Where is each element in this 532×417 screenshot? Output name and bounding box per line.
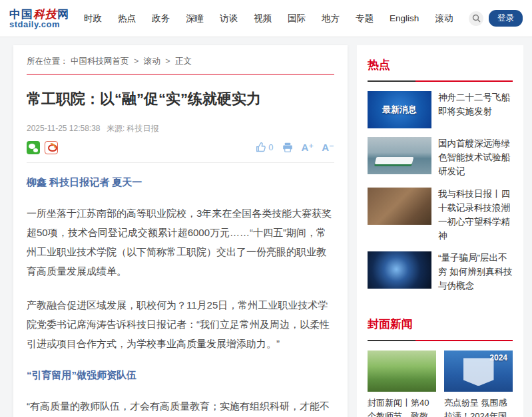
header-actions: 登录 bbox=[469, 10, 523, 27]
breadcrumb-prefix: 所在位置： bbox=[27, 57, 69, 66]
logo-domain-text: stdaily.com bbox=[9, 20, 69, 29]
nav-item-gov[interactable]: 政务 bbox=[152, 13, 170, 25]
font-increase-button[interactable]: A⁺ bbox=[302, 142, 314, 154]
logo-sci-tech-red: 科技 bbox=[33, 7, 57, 21]
nav-item-interview[interactable]: 访谈 bbox=[220, 13, 238, 25]
site-header: 中国科技网 stdaily.com 时政 热点 政务 深瞳 访谈 视频 国际 地… bbox=[0, 0, 532, 37]
hot-item-title: 我与科技日报丨四十载记录科技浪潮 一初心守望科学精神 bbox=[438, 188, 513, 243]
scholar-photo-thumbnail bbox=[368, 188, 431, 225]
thumbnail-overlay-text: 最新消息 bbox=[368, 91, 431, 128]
nav-item-english[interactable]: English bbox=[390, 13, 419, 23]
article-section-heading: “引育留用”做强师资队伍 bbox=[27, 369, 334, 382]
hot-item-title: “量子骗局”层出不穷 如何辨别真科技与伪概念 bbox=[438, 251, 513, 293]
print-button[interactable] bbox=[282, 142, 294, 153]
article-card: 所在位置： 中国科技网首页 > 滚动 > 正文 常工职院：以“融”促“实”练就硬… bbox=[13, 45, 348, 417]
article-author: 柳鑫 科技日报记者 夏天一 bbox=[27, 176, 334, 189]
page-content: 所在位置： 中国科技网首页 > 滚动 > 正文 常工职院：以“融”促“实”练就硬… bbox=[0, 37, 532, 417]
nav-item-international[interactable]: 国际 bbox=[288, 13, 306, 25]
cover-section-divider bbox=[368, 340, 513, 341]
article-title: 常工职院：以“融”促“实”练就硬实力 bbox=[27, 89, 334, 110]
hot-item-title: 国内首艘深远海绿色智能技术试验船研发记 bbox=[438, 137, 513, 179]
article-toolbar: 0 A⁺ A⁻ bbox=[27, 141, 334, 163]
nav-item-local[interactable]: 地方 bbox=[322, 13, 340, 25]
article-meta: 2025-11-25 12:58:38 来源: 科技日报 bbox=[27, 123, 334, 134]
nav-item-politics[interactable]: 时政 bbox=[84, 13, 102, 25]
nav-item-hot[interactable]: 热点 bbox=[118, 13, 136, 25]
breadcrumb-separator: > bbox=[165, 57, 170, 66]
hot-item-title: 神舟二十二号飞船即将实施发射 bbox=[438, 91, 513, 128]
hot-news-item[interactable]: 国内首艘深远海绿色智能技术试验船研发记 bbox=[368, 137, 513, 179]
article-paragraph: “有高质量的教师队伍，才会有高质量教育；实施有组织科研，才能不断提升学校创新服务… bbox=[27, 396, 334, 417]
site-logo[interactable]: 中国科技网 stdaily.com bbox=[9, 9, 69, 29]
weibo-share-icon[interactable] bbox=[45, 141, 58, 154]
like-button[interactable]: 0 bbox=[256, 142, 273, 153]
article-datetime: 2025-11-25 12:58:38 bbox=[27, 124, 101, 133]
search-icon[interactable] bbox=[469, 11, 483, 26]
rice-field-photo bbox=[368, 350, 436, 392]
cybersecurity-photo: 2024 bbox=[444, 350, 513, 392]
breadcrumb-current: 正文 bbox=[175, 57, 192, 66]
article-paragraph: 产教融合促进区域发展，职校何为？11月25日，常州工业职业技术学院党委书记席海涛… bbox=[27, 295, 334, 353]
logo-chinese-text: 中国科技网 bbox=[9, 9, 69, 20]
cover-caption: 亮点纷呈 氛围感拉满！2024年国家网络安全宣传 bbox=[444, 396, 513, 417]
hot-section-title: 热点 bbox=[368, 51, 513, 80]
hot-news-item[interactable]: 我与科技日报丨四十载记录科技浪潮 一初心守望科学精神 bbox=[368, 188, 513, 243]
nav-item-video[interactable]: 视频 bbox=[254, 13, 272, 25]
nav-item-scroll[interactable]: 滚动 bbox=[435, 13, 453, 25]
wechat-share-icon[interactable] bbox=[27, 141, 40, 154]
ship-photo-thumbnail bbox=[368, 137, 431, 174]
article-paragraph: 一所坐落于江苏南部的高等职业院校，3年来在全国各类技能大赛获奖超50项，技术合同… bbox=[27, 204, 334, 281]
cover-section-title: 封面新闻 bbox=[368, 302, 513, 340]
login-button[interactable]: 登录 bbox=[489, 10, 523, 27]
article-source: 来源: 科技日报 bbox=[107, 124, 159, 133]
cover-caption: 封面新闻丨第40个教师节，致敬这些良师益友 bbox=[368, 396, 436, 417]
main-nav: 时政 热点 政务 深瞳 访谈 视频 国际 地方 专题 English 滚动 bbox=[84, 13, 469, 25]
thumbnail-overlay-text: 2024 bbox=[489, 353, 507, 362]
breadcrumb-home-link[interactable]: 中国科技网首页 bbox=[71, 57, 129, 66]
sidebar: 热点 最新消息 神舟二十二号飞船即将实施发射 国内首艘深远海绿色智能技术试验船研… bbox=[357, 45, 523, 417]
cover-news-card[interactable]: 2024 亮点纷呈 氛围感拉满！2024年国家网络安全宣传 bbox=[444, 350, 513, 417]
like-count: 0 bbox=[268, 142, 273, 152]
hot-section-divider bbox=[368, 80, 513, 82]
breadcrumb-separator: > bbox=[134, 57, 138, 66]
breadcrumb-section-link[interactable]: 滚动 bbox=[144, 57, 160, 66]
latest-news-thumbnail: 最新消息 bbox=[368, 91, 431, 128]
share-icons bbox=[27, 141, 58, 154]
reading-tools: 0 A⁺ A⁻ bbox=[256, 142, 334, 154]
hot-news-item[interactable]: “量子骗局”层出不穷 如何辨别真科技与伪概念 bbox=[368, 251, 513, 293]
nav-item-deepview[interactable]: 深瞳 bbox=[186, 13, 204, 25]
nav-item-special[interactable]: 专题 bbox=[356, 13, 374, 25]
font-decrease-button[interactable]: A⁻ bbox=[322, 142, 334, 154]
cover-news-card[interactable]: 封面新闻丨第40个教师节，致敬这些良师益友 bbox=[368, 350, 436, 417]
cover-news-grid: 封面新闻丨第40个教师节，致敬这些良师益友 2024 亮点纷呈 氛围感拉满！20… bbox=[368, 350, 513, 417]
breadcrumb: 所在位置： 中国科技网首页 > 滚动 > 正文 bbox=[27, 56, 334, 74]
quantum-photo-thumbnail bbox=[368, 251, 431, 289]
hot-news-item[interactable]: 最新消息 神舟二十二号飞船即将实施发射 bbox=[368, 91, 513, 128]
